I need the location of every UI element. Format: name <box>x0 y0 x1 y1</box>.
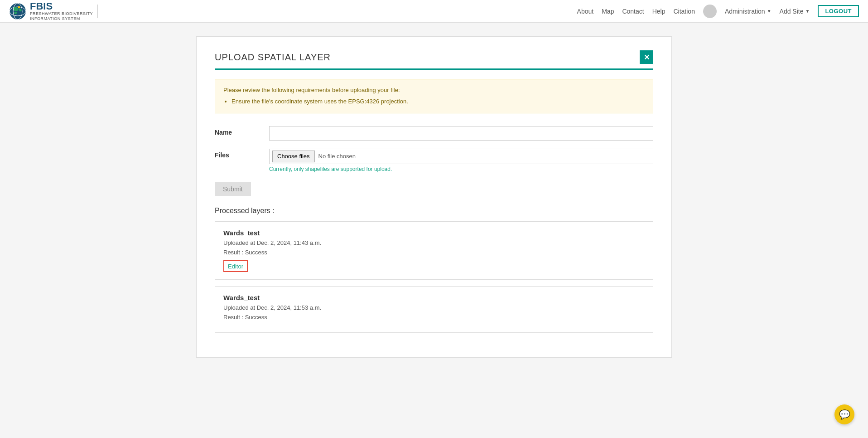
warning-bullet: Ensure the file's coordinate system uses… <box>231 97 645 107</box>
layer-result-1: Result : Success <box>223 249 645 256</box>
navbar-links: About Map Contact Help Citation Administ… <box>577 5 859 18</box>
navbar: FBIS FRESHWATER BIODIVERSITY INFORMATION… <box>0 0 868 23</box>
file-hint-text: Currently, only shapefiles are supported… <box>269 166 653 172</box>
layer-name-1: Wards_test <box>223 229 645 237</box>
modal-title: UPLOAD SPATIAL LAYER <box>215 52 331 63</box>
layer-name-2: Wards_test <box>223 294 645 302</box>
administration-dropdown-arrow: ▼ <box>767 9 772 14</box>
nav-link-about[interactable]: About <box>577 8 594 15</box>
file-chosen-text: No file chosen <box>318 153 356 160</box>
modal-close-button[interactable]: ✕ <box>640 50 653 64</box>
svg-point-3 <box>18 6 20 8</box>
layer-uploaded-2: Uploaded at Dec. 2, 2024, 11:53 a.m. <box>223 304 645 311</box>
submit-button[interactable]: Submit <box>215 182 251 196</box>
brand-logo-link[interactable]: FBIS FRESHWATER BIODIVERSITY INFORMATION… <box>9 1 93 21</box>
nav-link-contact[interactable]: Contact <box>622 8 644 15</box>
files-row: Files Choose files No file chosen Curren… <box>215 149 653 172</box>
choose-files-button[interactable]: Choose files <box>272 151 315 162</box>
name-input[interactable] <box>269 126 653 141</box>
page-content: UPLOAD SPATIAL LAYER ✕ Please review the… <box>196 36 672 358</box>
nav-link-map[interactable]: Map <box>602 8 614 15</box>
administration-dropdown[interactable]: Administration ▼ <box>725 8 772 15</box>
logout-button[interactable]: LOGOUT <box>818 5 859 17</box>
add-site-dropdown[interactable]: Add Site ▼ <box>780 8 810 15</box>
files-label: Files <box>215 149 269 159</box>
processed-layers-title: Processed layers : <box>215 207 653 215</box>
layer-card-1: Wards_test Uploaded at Dec. 2, 2024, 11:… <box>215 221 653 280</box>
name-row: Name <box>215 126 653 141</box>
warning-box: Please review the following requirements… <box>215 79 653 113</box>
upload-form: Name Files Choose files No file chosen C… <box>215 126 653 207</box>
file-input-row: Choose files No file chosen <box>269 149 653 164</box>
navbar-divider <box>97 5 98 18</box>
modal-header: UPLOAD SPATIAL LAYER ✕ <box>215 50 653 70</box>
layer-result-2: Result : Success <box>223 314 645 321</box>
nav-link-help[interactable]: Help <box>652 8 665 15</box>
brand-globe-icon <box>9 3 26 20</box>
editor-link-1[interactable]: Editor <box>228 263 243 270</box>
name-label: Name <box>215 126 269 136</box>
brand-subtitle: FRESHWATER BIODIVERSITY INFORMATION SYST… <box>30 11 93 21</box>
editor-link-wrapper-1: Editor <box>223 260 248 272</box>
brand-title: FBIS <box>30 1 93 11</box>
layer-card-2: Wards_test Uploaded at Dec. 2, 2024, 11:… <box>215 286 653 333</box>
add-site-dropdown-arrow: ▼ <box>805 9 810 14</box>
nav-link-citation[interactable]: Citation <box>673 8 694 15</box>
warning-main-text: Please review the following requirements… <box>223 87 400 93</box>
svg-point-0 <box>10 3 26 19</box>
user-avatar <box>703 5 717 18</box>
file-input-wrapper: Choose files No file chosen Currently, o… <box>269 149 653 172</box>
layer-uploaded-1: Uploaded at Dec. 2, 2024, 11:43 a.m. <box>223 239 645 246</box>
